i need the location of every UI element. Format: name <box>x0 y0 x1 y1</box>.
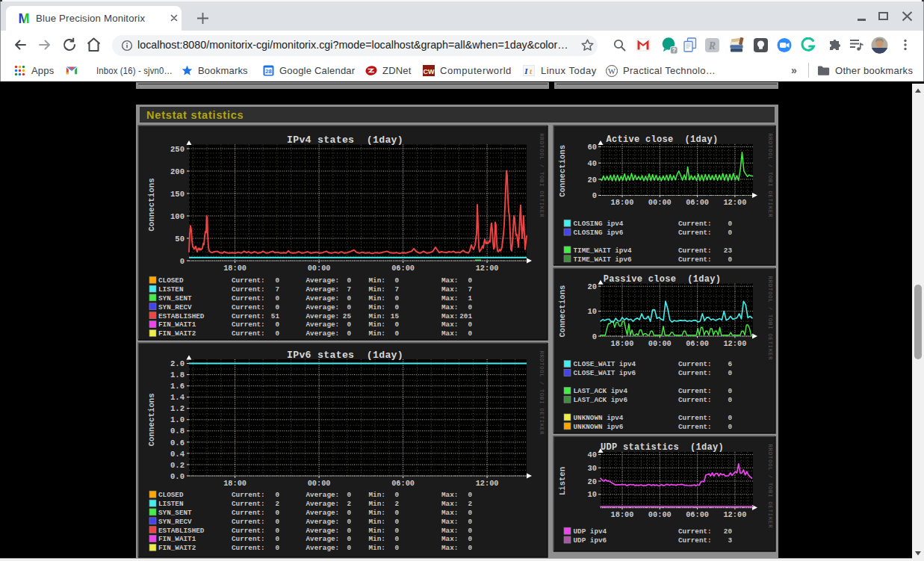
svg-text:RRDTOOL / TOBI OETIKER: RRDTOOL / TOBI OETIKER <box>767 276 773 361</box>
svg-text:LISTEN: LISTEN <box>158 500 183 508</box>
svg-text:0: 0 <box>468 303 472 312</box>
svg-text:Max:: Max: <box>441 527 458 535</box>
svg-text:Max:: Max: <box>441 535 458 543</box>
svg-text:Average:: Average: <box>306 518 340 526</box>
svg-text:0: 0 <box>728 369 732 377</box>
svg-text:Min:: Min: <box>369 276 385 285</box>
svg-text:Current:: Current: <box>232 535 265 543</box>
svg-text:Min:: Min: <box>369 312 385 320</box>
svg-text:CLOSING ipv4: CLOSING ipv4 <box>574 220 624 228</box>
svg-text:Current:: Current: <box>232 285 265 294</box>
svg-text:12:00: 12:00 <box>476 479 499 488</box>
svg-text:UNKNOWN ipv4: UNKNOWN ipv4 <box>574 414 624 422</box>
svg-text:Current:: Current: <box>232 544 265 552</box>
svg-text:CLOSING ipv6: CLOSING ipv6 <box>574 229 624 237</box>
svg-text:0: 0 <box>728 387 732 395</box>
svg-text:0: 0 <box>394 491 399 499</box>
svg-text:0: 0 <box>728 229 732 237</box>
svg-text:0: 0 <box>275 509 279 517</box>
svg-text:1.8: 1.8 <box>170 371 185 379</box>
svg-text:0: 0 <box>394 320 399 329</box>
svg-text:7: 7 <box>394 285 399 294</box>
svg-text:Current:: Current: <box>678 423 712 431</box>
svg-text:Min:: Min: <box>369 535 385 543</box>
svg-text:CLOSE_WAIT ipv4: CLOSE_WAIT ipv4 <box>574 360 636 368</box>
svg-text:20: 20 <box>588 282 597 291</box>
svg-text:1: 1 <box>468 294 472 303</box>
svg-text:Average:: Average: <box>306 535 340 543</box>
svg-text:Min:: Min: <box>369 500 385 508</box>
svg-text:Current:: Current: <box>232 294 265 303</box>
svg-text:UDP ipv4: UDP ipv4 <box>574 527 607 536</box>
svg-text:Current:: Current: <box>232 276 265 285</box>
svg-text:0: 0 <box>728 396 732 404</box>
svg-text:Current:: Current: <box>232 303 265 312</box>
svg-text:Max:: Max: <box>441 320 458 329</box>
svg-text:Average:: Average: <box>306 276 340 285</box>
svg-text:Connections: Connections <box>558 145 567 197</box>
svg-text:0: 0 <box>275 527 279 535</box>
svg-text:Max:: Max: <box>441 285 458 294</box>
svg-text:TIME_WAIT ipv4: TIME_WAIT ipv4 <box>574 247 633 255</box>
svg-text:0: 0 <box>275 544 279 552</box>
svg-text:Min:: Min: <box>369 329 385 338</box>
svg-text:Average:: Average: <box>306 544 340 552</box>
svg-text:0: 0 <box>275 518 279 526</box>
svg-text:0: 0 <box>728 423 732 431</box>
svg-text:FIN_WAIT2: FIN_WAIT2 <box>158 329 196 338</box>
svg-text:Max:: Max: <box>441 303 458 312</box>
svg-text:0: 0 <box>347 535 351 543</box>
svg-text:Connections: Connections <box>558 285 567 338</box>
svg-text:SYN_RECV: SYN_RECV <box>158 303 192 312</box>
svg-text:12:00: 12:00 <box>723 198 746 207</box>
svg-text:Current:: Current: <box>678 360 712 368</box>
svg-text:FIN_WAIT1: FIN_WAIT1 <box>158 320 196 329</box>
svg-text:40: 40 <box>588 450 597 459</box>
svg-text:ESTABLISHED: ESTABLISHED <box>158 527 205 535</box>
svg-text:2: 2 <box>468 500 472 508</box>
svg-text:Current:: Current: <box>232 527 265 535</box>
svg-text:6: 6 <box>728 360 732 368</box>
svg-text:Average:: Average: <box>306 527 340 535</box>
svg-text:0: 0 <box>347 518 351 526</box>
svg-text:0: 0 <box>275 320 279 329</box>
svg-text:0: 0 <box>592 191 597 200</box>
svg-text:50: 50 <box>175 235 185 244</box>
svg-text:10: 10 <box>588 307 597 316</box>
svg-text:0: 0 <box>347 294 351 303</box>
svg-text:Connections: Connections <box>147 178 156 231</box>
svg-text:2: 2 <box>394 500 399 508</box>
svg-text:Current:: Current: <box>232 509 265 517</box>
svg-text:Current:: Current: <box>678 229 712 237</box>
svg-text:12:00: 12:00 <box>723 510 746 519</box>
svg-text:CLOSE_WAIT ipv6: CLOSE_WAIT ipv6 <box>574 369 636 377</box>
svg-text:1.6: 1.6 <box>170 382 185 391</box>
svg-text:Current:: Current: <box>678 247 712 255</box>
svg-text:Current:: Current: <box>232 518 265 526</box>
svg-text:SYN_SENT: SYN_SENT <box>158 294 192 303</box>
svg-text:2.0: 2.0 <box>170 359 185 368</box>
svg-text:0: 0 <box>394 303 399 312</box>
svg-text:Average:: Average: <box>306 312 340 320</box>
svg-text:0: 0 <box>592 332 597 341</box>
svg-text:0: 0 <box>728 414 732 422</box>
svg-text:0: 0 <box>275 276 279 285</box>
svg-text:0: 0 <box>275 303 279 312</box>
svg-text:Average:: Average: <box>306 320 340 329</box>
svg-text:UDP ipv6: UDP ipv6 <box>574 536 607 545</box>
svg-text:0: 0 <box>468 527 472 535</box>
svg-text:Current:: Current: <box>232 329 265 338</box>
svg-text:FIN_WAIT2: FIN_WAIT2 <box>158 544 196 552</box>
svg-text:Max:: Max: <box>441 509 458 517</box>
svg-text:0: 0 <box>468 329 472 338</box>
svg-text:18:00: 18:00 <box>223 264 246 273</box>
svg-text:0: 0 <box>468 320 472 329</box>
svg-text:06:00: 06:00 <box>391 479 415 488</box>
svg-text:0: 0 <box>347 527 351 535</box>
svg-text:RRDTOOL / TOBI OETIKER: RRDTOOL / TOBI OETIKER <box>539 351 545 436</box>
svg-text:Current:: Current: <box>232 312 265 320</box>
svg-text:0.4: 0.4 <box>170 450 185 459</box>
svg-text:Min:: Min: <box>369 509 385 517</box>
svg-text:SYN_SENT: SYN_SENT <box>158 509 192 517</box>
svg-text:201: 201 <box>459 312 472 320</box>
